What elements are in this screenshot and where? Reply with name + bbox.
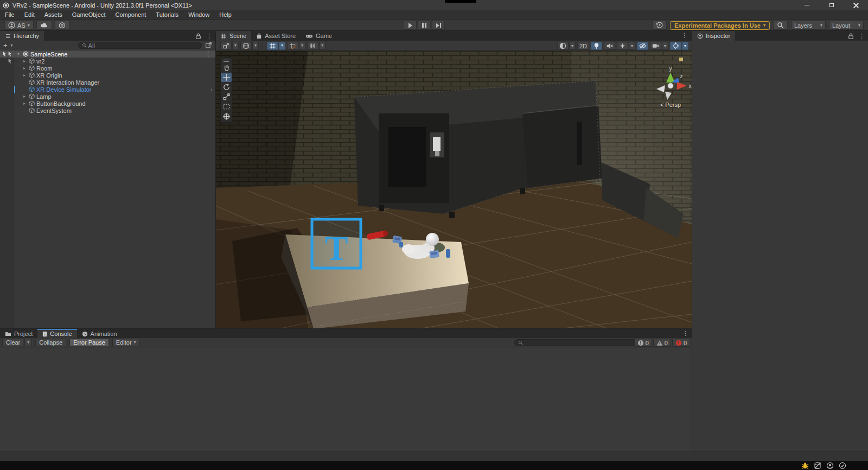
- chevron-down-icon[interactable]: ▾: [11, 43, 13, 48]
- audio-toggle[interactable]: [604, 42, 615, 50]
- effects-caret[interactable]: ▾: [629, 42, 635, 50]
- rotate-tool[interactable]: [221, 82, 232, 92]
- kebab-menu-icon[interactable]: ⋮: [205, 50, 211, 58]
- expand-arrow-icon[interactable]: ▸: [22, 66, 27, 71]
- kebab-menu-icon[interactable]: ⋮: [681, 32, 687, 39]
- warning-count-badge[interactable]: 0: [653, 339, 671, 347]
- lock-icon[interactable]: [847, 33, 854, 40]
- error-pause-button[interactable]: Error Pause: [69, 339, 109, 346]
- hierarchy-item-room[interactable]: ▸ Room: [0, 65, 215, 72]
- visibility-toggle-icon[interactable]: [7, 51, 13, 57]
- menu-edit[interactable]: Edit: [20, 10, 40, 20]
- snap-units-button[interactable]: [307, 42, 318, 50]
- gizmos-caret[interactable]: ▾: [682, 42, 688, 50]
- menu-assets[interactable]: Assets: [40, 10, 67, 20]
- menu-file[interactable]: File: [0, 10, 20, 20]
- open-search-window-icon[interactable]: [205, 42, 212, 49]
- text-gizmo[interactable]: T: [312, 219, 361, 268]
- hierarchy-item-buttonbackground[interactable]: ▸ ButtonBackground: [0, 100, 215, 107]
- layers-dropdown[interactable]: Layers ▾: [791, 21, 826, 30]
- cloud-button[interactable]: [36, 21, 52, 30]
- tab-animation[interactable]: Animation: [77, 329, 122, 339]
- tab-project[interactable]: Project: [0, 329, 37, 339]
- clear-button[interactable]: Clear: [2, 339, 23, 346]
- undo-history-button[interactable]: [652, 21, 667, 30]
- hierarchy-item-xr-origin[interactable]: ▸ XR Origin: [0, 72, 215, 79]
- rect-tool[interactable]: [221, 102, 232, 111]
- console-search-input[interactable]: [514, 339, 643, 346]
- close-button[interactable]: [844, 0, 868, 10]
- lock-icon[interactable]: [195, 33, 202, 40]
- move-tool[interactable]: [221, 73, 232, 82]
- hierarchy-item-lamp[interactable]: ▸ Lamp: [0, 93, 215, 100]
- menu-component[interactable]: Component: [110, 10, 151, 20]
- console-log-area[interactable]: [0, 347, 692, 452]
- chevron-right-icon[interactable]: ›: [210, 87, 212, 92]
- pick-toggle-icon[interactable]: [7, 58, 13, 64]
- tool-handle-rotation-caret[interactable]: ▾: [252, 42, 259, 50]
- info-count-badge[interactable]: 0: [634, 339, 652, 347]
- camera-settings-caret[interactable]: ▾: [662, 42, 668, 50]
- camera-settings-button[interactable]: [650, 42, 661, 50]
- grid-visibility-toggle[interactable]: [267, 42, 278, 50]
- shading-mode-button[interactable]: [557, 42, 569, 50]
- account-dropdown[interactable]: AS ▾: [4, 21, 34, 30]
- snap-increment-caret[interactable]: ▾: [299, 42, 305, 50]
- hierarchy-item-xr-device-simulator[interactable]: XR Device Simulator ›: [0, 86, 215, 93]
- experimental-packages-dropdown[interactable]: Experimental Packages In Use ▾: [670, 21, 770, 30]
- step-button[interactable]: [432, 21, 445, 30]
- expand-arrow-icon[interactable]: ▸: [22, 73, 27, 78]
- menu-help[interactable]: Help: [214, 10, 237, 20]
- play-button[interactable]: [404, 21, 417, 30]
- clear-dropdown-caret[interactable]: ▾: [24, 339, 32, 346]
- 2d-toggle[interactable]: 2D: [577, 42, 589, 50]
- tab-console[interactable]: Console: [37, 329, 76, 339]
- tray-database-icon[interactable]: [814, 462, 821, 469]
- overlay-drag-handle[interactable]: [224, 60, 229, 60]
- minimize-button[interactable]: [795, 0, 819, 10]
- hierarchy-item-vr2[interactable]: ▸ vr2: [0, 58, 215, 65]
- tool-handle-rotation-button[interactable]: [240, 42, 252, 50]
- menu-window[interactable]: Window: [183, 10, 214, 20]
- search-button[interactable]: [773, 21, 788, 30]
- editor-dropdown[interactable]: Editor ▾: [112, 339, 140, 346]
- scene-viewport[interactable]: T y z x < Persp: [216, 51, 692, 328]
- scale-tool[interactable]: [221, 92, 232, 101]
- gizmos-toggle[interactable]: [670, 42, 681, 50]
- tab-game[interactable]: Game: [301, 31, 337, 41]
- tab-asset-store[interactable]: Asset Store: [251, 31, 301, 41]
- tray-check-icon[interactable]: [839, 462, 846, 469]
- kebab-menu-icon[interactable]: ⋮: [206, 33, 212, 40]
- hierarchy-item-xr-interaction-manager[interactable]: XR Interaction Manager: [0, 79, 215, 86]
- create-object-button[interactable]: +: [3, 42, 8, 49]
- tray-bug-icon[interactable]: [801, 462, 809, 469]
- grid-visibility-caret[interactable]: ▾: [279, 42, 285, 50]
- transform-tool[interactable]: [221, 112, 232, 121]
- effects-toggle[interactable]: [617, 42, 628, 50]
- hierarchy-item-eventsystem[interactable]: EventSystem: [0, 107, 215, 114]
- perspective-label[interactable]: < Persp: [660, 101, 681, 108]
- menu-gameobject[interactable]: GameObject: [67, 10, 111, 20]
- plastic-scm-button[interactable]: [55, 21, 69, 30]
- hierarchy-search-input[interactable]: All: [78, 42, 202, 49]
- tray-app-icon[interactable]: [826, 462, 834, 469]
- shading-mode-caret[interactable]: ▾: [569, 42, 576, 50]
- error-count-badge[interactable]: 0: [672, 339, 690, 347]
- tab-scene[interactable]: Scene: [216, 31, 251, 41]
- kebab-menu-icon[interactable]: ⋮: [682, 330, 688, 337]
- collapse-button[interactable]: Collapse: [35, 339, 66, 346]
- layout-dropdown[interactable]: Layout ▾: [829, 21, 864, 30]
- snap-units-caret[interactable]: ▾: [319, 42, 326, 50]
- view-hand-tool[interactable]: [221, 63, 232, 72]
- tool-handle-position-button[interactable]: [220, 42, 232, 50]
- hierarchy-scene-row[interactable]: ▾ SampleScene ⋮: [0, 50, 215, 58]
- expand-arrow-icon[interactable]: ▸: [22, 101, 27, 106]
- collapse-arrow-icon[interactable]: ▾: [16, 52, 21, 56]
- expand-arrow-icon[interactable]: ▸: [22, 94, 27, 99]
- menu-tutorials[interactable]: Tutorials: [151, 10, 183, 20]
- pause-button[interactable]: [418, 21, 431, 30]
- hidden-objects-toggle[interactable]: [637, 42, 648, 50]
- maximize-button[interactable]: [819, 0, 844, 10]
- tab-inspector[interactable]: Inspector: [692, 31, 735, 41]
- kebab-menu-icon[interactable]: ⋮: [859, 33, 865, 40]
